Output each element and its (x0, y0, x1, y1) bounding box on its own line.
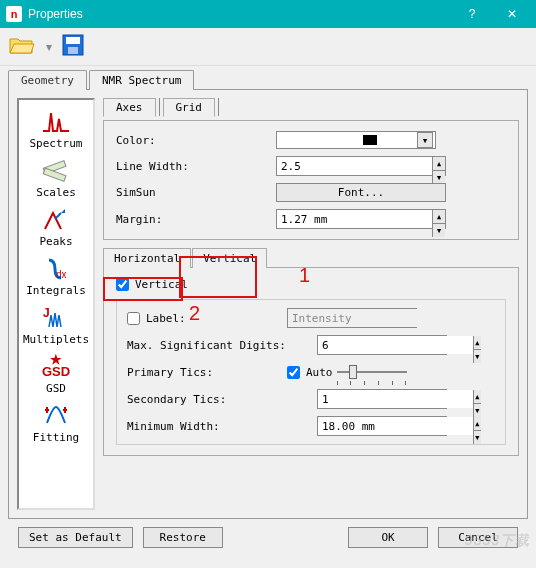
font-button[interactable]: Font... (276, 183, 446, 202)
maxdigits-input[interactable] (318, 336, 473, 354)
close-button[interactable]: ✕ (492, 0, 532, 28)
side-item-scales[interactable]: Scales (21, 155, 91, 202)
app-icon: n (6, 6, 22, 22)
side-item-gsd[interactable]: ★GSD GSD (21, 351, 91, 398)
label-check-label: Label: (146, 312, 186, 325)
secondarytics-label: Secondary Tics: (127, 393, 317, 406)
annotation-1: 1 (299, 264, 310, 287)
minwidth-input[interactable] (318, 417, 473, 435)
color-picker[interactable]: ▾ (276, 131, 436, 149)
side-label-fitting: Fitting (33, 431, 79, 444)
side-item-fitting[interactable]: Fitting (21, 400, 91, 447)
primarytics-label: Primary Tics: (127, 366, 287, 379)
tab-nmr-spectrum[interactable]: NMR Spectrum (89, 70, 194, 90)
margin-label: Margin: (116, 213, 276, 226)
spin-up-icon[interactable]: ▴ (473, 417, 481, 431)
primarytics-slider[interactable] (337, 362, 407, 382)
auto-check-label: Auto (306, 366, 333, 379)
label-field (287, 308, 417, 328)
subtab-vertical[interactable]: Vertical (192, 248, 267, 268)
side-item-spectrum[interactable]: Spectrum (21, 106, 91, 153)
axes-grid-tabs: Axes Grid (103, 98, 519, 116)
vertical-checkbox[interactable] (116, 278, 129, 291)
color-label: Color: (116, 134, 276, 147)
margin-input[interactable] (277, 210, 432, 228)
spin-up-icon[interactable]: ▴ (473, 336, 481, 350)
right-panel: Axes Grid Color: ▾ Line Widt (103, 98, 519, 510)
spin-up-icon[interactable]: ▴ (432, 157, 445, 171)
annotation-2: 2 (189, 302, 200, 325)
tab-divider (218, 98, 219, 116)
orientation-tabs: Horizontal Vertical (103, 248, 519, 268)
toolbar-separator: ▾ (46, 40, 52, 54)
save-button[interactable] (62, 34, 84, 59)
svg-rect-2 (68, 47, 78, 54)
gsd-icon: ★GSD (41, 354, 71, 380)
spin-down-icon[interactable]: ▾ (432, 224, 445, 237)
side-label-spectrum: Spectrum (30, 137, 83, 150)
tab-geometry[interactable]: Geometry (8, 70, 87, 90)
toolbar: ▾ (0, 28, 536, 66)
minwidth-spinner[interactable]: ▴▾ (317, 416, 447, 436)
label-checkbox[interactable] (127, 312, 140, 325)
svg-line-5 (55, 213, 61, 219)
label-input (288, 309, 443, 327)
outer-tabs: Geometry NMR Spectrum (8, 70, 528, 90)
minwidth-label: Minimum Width: (127, 420, 317, 433)
content-area: Spectrum Scales Peaks dx Integrals J Mul… (8, 89, 528, 519)
subtab-axes[interactable]: Axes (103, 98, 156, 117)
category-side-panel: Spectrum Scales Peaks dx Integrals J Mul… (17, 98, 95, 510)
side-label-multiplets: Multiplets (23, 333, 89, 346)
linewidth-spinner[interactable]: ▴▾ (276, 156, 446, 176)
side-label-gsd: GSD (46, 382, 66, 395)
auto-checkbox[interactable] (287, 366, 300, 379)
vertical-axis-group: Vertical Label: (103, 267, 519, 456)
watermark: 9553下载 (465, 532, 530, 550)
side-item-multiplets[interactable]: J Multiplets (21, 302, 91, 349)
side-label-scales: Scales (36, 186, 76, 199)
set-default-button[interactable]: Set as Default (18, 527, 133, 548)
ok-button[interactable]: OK (348, 527, 428, 548)
margin-spinner[interactable]: ▴▾ (276, 209, 446, 229)
subtab-grid[interactable]: Grid (163, 98, 216, 117)
secondarytics-spinner[interactable]: ▴▾ (317, 389, 447, 409)
axis-style-group: Color: ▾ Line Width: ▴▾ (103, 120, 519, 240)
linewidth-label: Line Width: (116, 160, 276, 173)
slider-thumb[interactable] (349, 365, 357, 379)
color-swatch-black (363, 135, 377, 145)
chevron-down-icon: ▾ (417, 132, 433, 148)
restore-button[interactable]: Restore (143, 527, 223, 548)
svg-text:J: J (43, 306, 50, 320)
title-bar: n Properties ? ✕ (0, 0, 536, 28)
help-button[interactable]: ? (452, 0, 492, 28)
side-item-integrals[interactable]: dx Integrals (21, 253, 91, 300)
spin-up-icon[interactable]: ▴ (432, 210, 445, 224)
secondarytics-input[interactable] (318, 390, 473, 408)
side-label-peaks: Peaks (39, 235, 72, 248)
maxdigits-spinner[interactable]: ▴▾ (317, 335, 447, 355)
open-folder-button[interactable] (8, 34, 36, 59)
svg-rect-1 (66, 37, 80, 44)
linewidth-input[interactable] (277, 157, 432, 175)
side-label-integrals: Integrals (26, 284, 86, 297)
maxdigits-label: Max. Significant Digits: (127, 339, 317, 352)
window-title: Properties (28, 7, 452, 21)
spin-up-icon[interactable]: ▴ (473, 390, 481, 404)
tab-divider (159, 98, 160, 116)
subtab-horizontal[interactable]: Horizontal (103, 248, 191, 268)
footer-buttons: Set as Default Restore OK Cancel (8, 519, 528, 556)
main-area: Geometry NMR Spectrum Spectrum Scales Pe… (0, 66, 536, 556)
side-item-peaks[interactable]: Peaks (21, 204, 91, 251)
font-family-label: SimSun (116, 186, 276, 199)
vertical-check-label: Vertical (135, 278, 188, 291)
svg-text:dx: dx (56, 269, 67, 280)
spin-down-icon[interactable]: ▾ (473, 431, 481, 444)
